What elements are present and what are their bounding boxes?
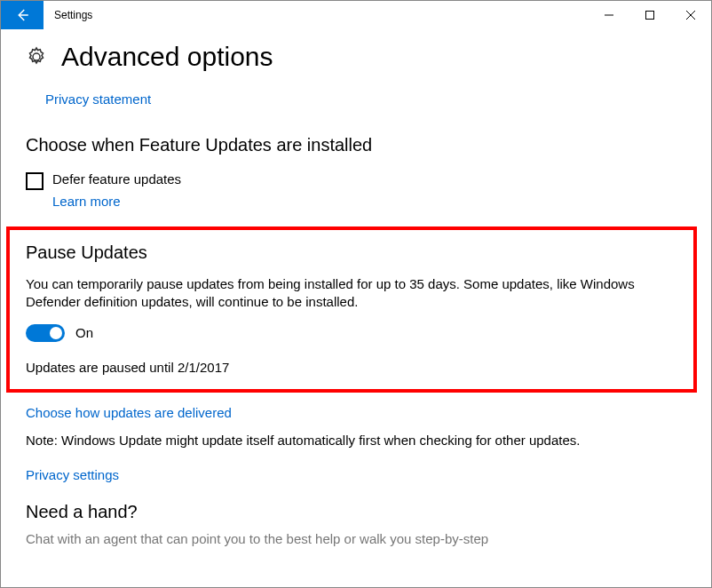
- defer-checkbox[interactable]: [26, 172, 44, 190]
- window-controls: [589, 1, 711, 29]
- back-button[interactable]: [1, 1, 44, 29]
- defer-label: Defer feature updates: [52, 171, 181, 187]
- pause-toggle-row: On: [26, 324, 677, 342]
- page-header: Advanced options: [26, 42, 686, 72]
- titlebar: Settings: [1, 1, 711, 29]
- chat-agent-text: Chat with an agent that can point you to…: [26, 531, 686, 546]
- delivered-link[interactable]: Choose how updates are delivered: [26, 405, 686, 420]
- svg-rect-0: [646, 12, 654, 20]
- gear-icon: [26, 46, 47, 68]
- content-area: Advanced options Privacy statement Choos…: [1, 29, 711, 587]
- maximize-icon: [645, 11, 654, 20]
- app-title: Settings: [44, 1, 589, 29]
- learn-more-link[interactable]: Learn more: [52, 194, 686, 209]
- page-title: Advanced options: [61, 42, 273, 72]
- choose-updates-heading: Choose when Feature Updates are installe…: [26, 135, 686, 155]
- privacy-settings-link[interactable]: Privacy settings: [26, 467, 686, 482]
- pause-heading: Pause Updates: [26, 242, 677, 263]
- privacy-statement-link[interactable]: Privacy statement: [45, 91, 686, 107]
- pause-status-text: Updates are paused until 2/1/2017: [26, 360, 677, 375]
- defer-row: Defer feature updates: [26, 171, 686, 190]
- toggle-state-label: On: [75, 325, 93, 340]
- pause-updates-section: Pause Updates You can temporarily pause …: [6, 226, 697, 393]
- pause-toggle[interactable]: [26, 324, 65, 342]
- close-icon: [686, 11, 695, 20]
- close-button[interactable]: [670, 1, 711, 29]
- update-note: Note: Windows Update might update itself…: [26, 433, 686, 448]
- need-hand-heading: Need a hand?: [26, 502, 686, 522]
- arrow-left-icon: [14, 7, 30, 23]
- maximize-button[interactable]: [629, 1, 670, 29]
- minimize-icon: [605, 11, 613, 20]
- minimize-button[interactable]: [589, 1, 629, 29]
- toggle-knob: [50, 327, 62, 339]
- pause-description: You can temporarily pause updates from b…: [26, 275, 677, 312]
